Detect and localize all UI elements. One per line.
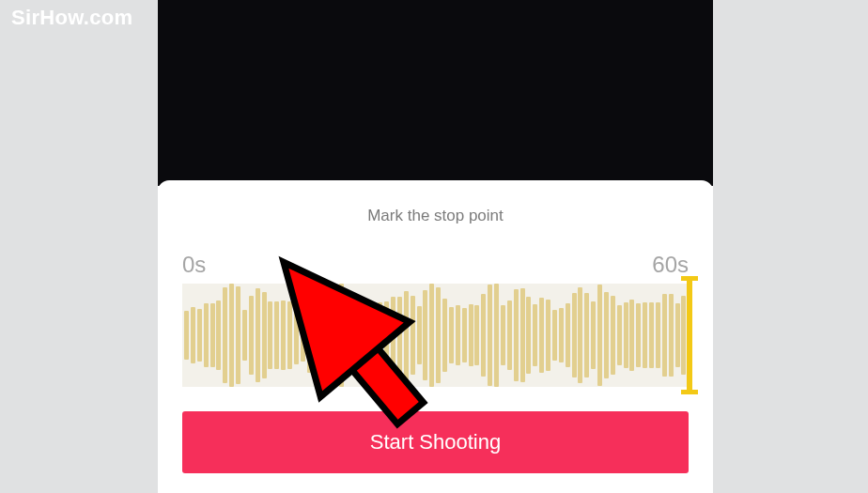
video-preview — [158, 0, 713, 186]
time-end-label: 60s — [652, 252, 689, 278]
time-start-label: 0s — [182, 252, 206, 278]
start-shooting-button[interactable]: Start Shooting — [182, 411, 689, 473]
panel-title: Mark the stop point — [158, 207, 713, 225]
time-labels: 0s 60s — [158, 225, 713, 278]
waveform-bars — [182, 284, 689, 387]
waveform-track[interactable] — [182, 284, 689, 387]
phone-frame: Mark the stop point 0s 60s Start Shootin… — [158, 0, 713, 493]
watermark-text: SirHow.com — [11, 6, 132, 30]
timer-panel: Mark the stop point 0s 60s Start Shootin… — [158, 180, 713, 473]
stop-point-marker[interactable] — [687, 276, 692, 394]
